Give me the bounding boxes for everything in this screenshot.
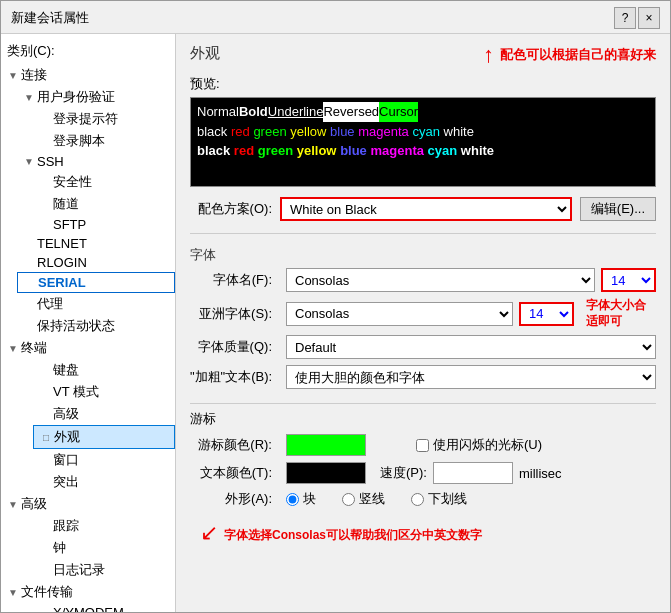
sidebar-item-login-script[interactable]: 登录脚本 xyxy=(33,130,175,152)
dialog-title: 新建会话属性 xyxy=(11,9,89,27)
cursor-color-button[interactable] xyxy=(286,434,366,456)
expand-icon: ▼ xyxy=(21,92,37,103)
close-button[interactable]: × xyxy=(638,7,660,29)
font-name-row: 字体名(F): Consolas 14 xyxy=(190,268,656,292)
font-name-select[interactable]: Consolas xyxy=(286,268,595,292)
font-size-select[interactable]: 14 xyxy=(601,268,656,292)
sidebar-item-label: SERIAL xyxy=(38,275,86,290)
sidebar-item-xymodem[interactable]: X/YMODEM xyxy=(33,603,175,612)
bold-select[interactable]: 使用大胆的颜色和字体 xyxy=(286,365,656,389)
sidebar-item-login-prompt[interactable]: 登录提示符 xyxy=(33,108,175,130)
preview-underline: Underline xyxy=(268,102,324,122)
sidebar-item-label: 高级 xyxy=(53,405,79,423)
sidebar-item-clock[interactable]: 钟 xyxy=(33,537,175,559)
shape-block-label: 块 xyxy=(286,490,316,508)
sidebar-item-serial[interactable]: SERIAL xyxy=(17,272,175,293)
font-name-label: 字体名(F): xyxy=(190,271,280,289)
sidebar-item-label: 文件传输 xyxy=(21,583,73,601)
sidebar-item-ssh[interactable]: ▼ SSH xyxy=(17,152,175,171)
speed-input[interactable] xyxy=(433,462,513,484)
preview-box: Normal Bold Underline Reversed Cursor bl… xyxy=(190,97,656,187)
cursor-color-row: 游标颜色(R): 使用闪烁的光标(U) xyxy=(190,434,656,456)
asian-font-label: 亚洲字体(S): xyxy=(190,305,280,323)
cursor-color-label: 游标颜色(R): xyxy=(190,436,280,454)
text-color-label: 文本颜色(T): xyxy=(190,464,280,482)
scheme-row: 配色方案(O): White on Black 编辑(E)... xyxy=(190,197,656,221)
sidebar-item-security[interactable]: 安全性 xyxy=(33,171,175,193)
sidebar-item-label: 安全性 xyxy=(53,173,92,191)
shape-underline-radio[interactable] xyxy=(411,493,424,506)
sidebar-item-keepalive[interactable]: 保持活动状态 xyxy=(17,315,175,337)
annotation-text: 配色可以根据自己的喜好来 xyxy=(500,46,656,64)
scheme-select[interactable]: White on Black xyxy=(280,197,572,221)
sidebar-item-label: 键盘 xyxy=(53,361,79,379)
shape-block-text: 块 xyxy=(303,490,316,508)
blink-label: 使用闪烁的光标(U) xyxy=(433,436,542,454)
title-controls: ? × xyxy=(614,7,660,29)
shape-vline-radio[interactable] xyxy=(342,493,355,506)
sidebar-item-label: 终端 xyxy=(21,339,47,357)
sidebar-item-label: 日志记录 xyxy=(53,561,105,579)
text-color-button[interactable] xyxy=(286,462,366,484)
quality-select[interactable]: Default xyxy=(286,335,656,359)
font-divider xyxy=(190,233,656,234)
sidebar-item-advanced-term[interactable]: 高级 xyxy=(33,403,175,425)
sidebar-item-sftp[interactable]: SFTP xyxy=(33,215,175,234)
sidebar-item-log[interactable]: 日志记录 xyxy=(33,559,175,581)
sidebar-item-label: 窗口 xyxy=(53,451,79,469)
sidebar-item-label: 用户身份验证 xyxy=(37,88,115,106)
sidebar-item-highlight[interactable]: 突出 xyxy=(33,471,175,493)
sidebar-item-appearance[interactable]: □ 外观 xyxy=(33,425,175,449)
content-area: 类别(C): ▼ 连接 ▼ 用户身份验证 登录提示符 登录脚本 ▼ SSH xyxy=(1,34,670,612)
edit-button[interactable]: 编辑(E)... xyxy=(580,197,656,221)
sidebar-item-window[interactable]: 窗口 xyxy=(33,449,175,471)
help-button[interactable]: ? xyxy=(614,7,636,29)
title-bar: 新建会话属性 ? × xyxy=(1,1,670,34)
sidebar-item-keyboard[interactable]: 键盘 xyxy=(33,359,175,381)
shape-vline-label: 竖线 xyxy=(342,490,385,508)
sidebar-item-vt-mode[interactable]: VT 模式 xyxy=(33,381,175,403)
sidebar-item-label: 保持活动状态 xyxy=(37,317,115,335)
shape-vline-text: 竖线 xyxy=(359,490,385,508)
cursor-divider xyxy=(190,403,656,404)
bottom-annotation: 字体选择Consolas可以帮助我们区分中英文数字 xyxy=(224,527,482,544)
sidebar-item-advanced2[interactable]: ▼ 高级 xyxy=(1,493,175,515)
preview-bold: Bold xyxy=(239,102,268,122)
sidebar-item-connection[interactable]: ▼ 连接 xyxy=(1,64,175,86)
bold-row: "加粗"文本(B): 使用大胆的颜色和字体 xyxy=(190,365,656,389)
sidebar: 类别(C): ▼ 连接 ▼ 用户身份验证 登录提示符 登录脚本 ▼ SSH xyxy=(1,34,176,612)
text-color-row: 文本颜色(T): 速度(P): millisec xyxy=(190,462,656,484)
dialog: 新建会话属性 ? × 类别(C): ▼ 连接 ▼ 用户身份验证 登录提示符 xyxy=(0,0,671,613)
blink-checkbox[interactable] xyxy=(416,439,429,452)
sidebar-item-telnet[interactable]: TELNET xyxy=(17,234,175,253)
scheme-label: 配色方案(O): xyxy=(190,200,280,218)
sidebar-item-label: 登录提示符 xyxy=(53,110,118,128)
main-panel: 外观 ↑ 配色可以根据自己的喜好来 预览: Normal Bold Underl… xyxy=(176,34,670,612)
sidebar-item-tunnel[interactable]: 随道 xyxy=(33,193,175,215)
expand-icon: ▼ xyxy=(5,343,21,354)
preview-reversed: Reversed xyxy=(323,102,379,122)
asian-font-size-select[interactable]: 14 xyxy=(519,302,574,326)
quality-row: 字体质量(Q): Default xyxy=(190,335,656,359)
blink-checkbox-label: 使用闪烁的光标(U) xyxy=(416,436,542,454)
sidebar-item-label: RLOGIN xyxy=(37,255,87,270)
arrow-up-icon: ↑ xyxy=(483,42,494,68)
sidebar-item-label: 突出 xyxy=(53,473,79,491)
preview-normal: Normal xyxy=(197,102,239,122)
sidebar-item-label: 登录脚本 xyxy=(53,132,105,150)
speed-label: 速度(P): xyxy=(380,464,427,482)
cursor-shape-row: 外形(A): 块 竖线 下划线 xyxy=(190,490,656,508)
speed-unit: millisec xyxy=(519,466,562,481)
sidebar-item-terminal[interactable]: ▼ 终端 xyxy=(1,337,175,359)
sidebar-item-rlogin[interactable]: RLOGIN xyxy=(17,253,175,272)
shape-block-radio[interactable] xyxy=(286,493,299,506)
sidebar-item-tracking[interactable]: 跟踪 xyxy=(33,515,175,537)
sidebar-item-label: 跟踪 xyxy=(53,517,79,535)
asian-font-select[interactable]: Consolas xyxy=(286,302,513,326)
sidebar-item-label: 连接 xyxy=(21,66,47,84)
sidebar-item-proxy[interactable]: 代理 xyxy=(17,293,175,315)
sidebar-item-filetransfer[interactable]: ▼ 文件传输 xyxy=(1,581,175,603)
sidebar-item-auth[interactable]: ▼ 用户身份验证 xyxy=(17,86,175,108)
preview-cursor: Cursor xyxy=(379,102,418,122)
shape-underline-label: 下划线 xyxy=(411,490,467,508)
